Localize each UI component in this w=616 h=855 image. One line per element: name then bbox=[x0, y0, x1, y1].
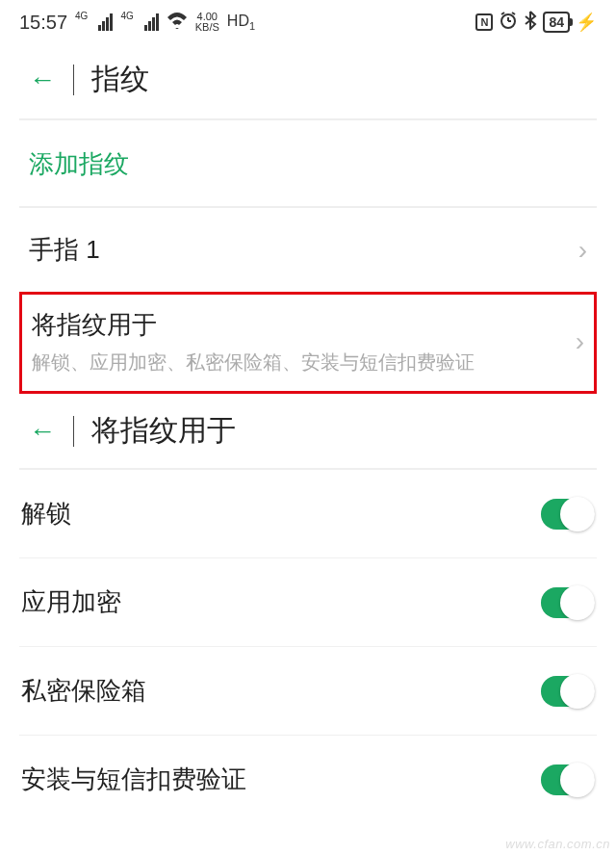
toggle-row-private-safe: 私密保险箱 bbox=[0, 647, 616, 735]
battery-indicator: 84 bbox=[543, 12, 570, 33]
page-header-fingerprint: ← 指纹 bbox=[0, 44, 616, 118]
watermark: www.cfan.com.cn bbox=[505, 837, 610, 851]
back-button[interactable]: ← bbox=[29, 416, 56, 447]
nfc-icon: N bbox=[475, 13, 493, 31]
chevron-right-icon: › bbox=[578, 235, 587, 266]
signal-1-icon bbox=[98, 13, 113, 31]
hd-badge: HD1 bbox=[227, 13, 255, 32]
svg-line-3 bbox=[501, 13, 504, 14]
finger-1-label: 手指 1 bbox=[29, 233, 100, 267]
signal-2-label: 4G bbox=[120, 12, 133, 21]
toggle-label: 安装与短信扣费验证 bbox=[21, 763, 246, 796]
toggle-unlock[interactable] bbox=[541, 499, 595, 530]
signal-2-icon bbox=[144, 13, 159, 31]
back-button[interactable]: ← bbox=[29, 65, 56, 95]
svg-line-4 bbox=[512, 13, 515, 14]
status-right: N 84 ⚡ bbox=[475, 11, 597, 35]
header-separator bbox=[73, 65, 74, 95]
toggle-private-safe[interactable] bbox=[541, 676, 595, 707]
status-time: 15:57 bbox=[19, 12, 67, 34]
use-for-subtitle: 解锁、应用加密、私密保险箱、安装与短信扣费验证 bbox=[32, 350, 475, 376]
charging-icon: ⚡ bbox=[576, 12, 597, 33]
toggle-install-sms[interactable] bbox=[541, 764, 595, 795]
chevron-right-icon: › bbox=[576, 326, 584, 357]
wifi-icon bbox=[167, 12, 188, 34]
status-bar: 15:57 4G 4G 4.00 KB/S HD1 N 84 ⚡ bbox=[0, 0, 616, 44]
page-title-2: 将指纹用于 bbox=[91, 411, 236, 451]
finger-1-row[interactable]: 手指 1 › bbox=[0, 208, 616, 292]
toggle-label: 私密保险箱 bbox=[21, 674, 146, 708]
toggle-label: 解锁 bbox=[21, 497, 71, 531]
toggle-app-encrypt[interactable] bbox=[541, 587, 595, 618]
page-title: 指纹 bbox=[91, 60, 149, 99]
network-speed: 4.00 KB/S bbox=[195, 12, 219, 33]
add-fingerprint-section: 添加指纹 bbox=[0, 120, 616, 206]
toggle-label: 应用加密 bbox=[21, 585, 121, 619]
add-fingerprint-link[interactable]: 添加指纹 bbox=[29, 149, 129, 178]
bluetooth-icon bbox=[524, 11, 537, 35]
toggle-row-install-sms: 安装与短信扣费验证 bbox=[0, 736, 616, 823]
header-separator bbox=[73, 416, 74, 447]
use-fingerprint-for-row[interactable]: 将指纹用于 解锁、应用加密、私密保险箱、安装与短信扣费验证 › bbox=[19, 292, 597, 394]
signal-1-label: 4G bbox=[75, 12, 88, 21]
toggle-row-app-encrypt: 应用加密 bbox=[0, 558, 616, 646]
use-for-title: 将指纹用于 bbox=[32, 308, 475, 342]
page-header-use-for: ← 将指纹用于 bbox=[0, 394, 616, 468]
alarm-icon bbox=[499, 11, 518, 35]
status-left: 15:57 4G 4G 4.00 KB/S HD1 bbox=[19, 12, 255, 34]
toggle-row-unlock: 解锁 bbox=[0, 470, 616, 557]
